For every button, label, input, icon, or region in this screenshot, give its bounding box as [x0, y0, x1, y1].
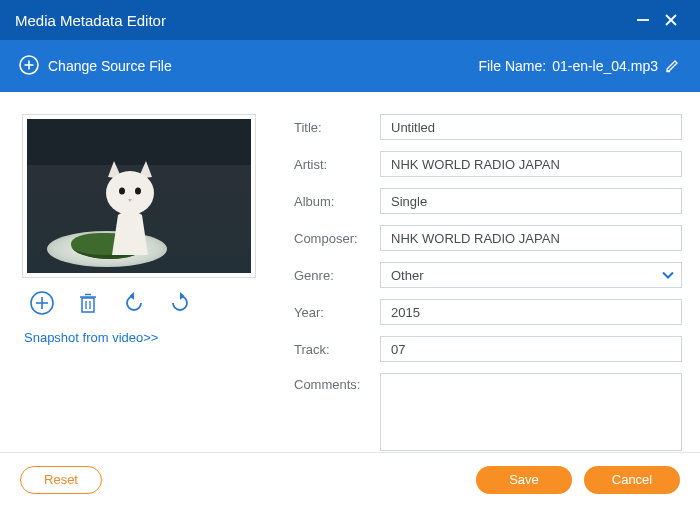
- trash-icon: [76, 291, 100, 318]
- change-source-button[interactable]: Change Source File: [18, 54, 172, 79]
- add-artwork-button[interactable]: [28, 290, 56, 318]
- svg-point-8: [119, 188, 125, 195]
- album-label: Album:: [294, 194, 368, 209]
- year-label: Year:: [294, 305, 368, 320]
- content-area: Snapshot from video>> Title: Artist: Alb…: [0, 92, 700, 461]
- undo-button[interactable]: [120, 290, 148, 318]
- comments-textarea[interactable]: [380, 373, 682, 451]
- undo-icon: [121, 290, 147, 319]
- track-label: Track:: [294, 342, 368, 357]
- svg-point-7: [106, 171, 154, 215]
- composer-input[interactable]: [380, 225, 682, 251]
- svg-rect-13: [82, 298, 94, 312]
- artwork-image[interactable]: [27, 119, 251, 273]
- title-label: Title:: [294, 120, 368, 135]
- track-input[interactable]: [380, 336, 682, 362]
- change-source-label: Change Source File: [48, 58, 172, 74]
- artist-label: Artist:: [294, 157, 368, 172]
- artist-input[interactable]: [380, 151, 682, 177]
- file-name-label: File Name:: [478, 58, 546, 74]
- svg-point-9: [135, 188, 141, 195]
- cat-illustration: [88, 159, 172, 255]
- composer-label: Composer:: [294, 231, 368, 246]
- footer-bar: Reset Save Cancel: [0, 452, 700, 506]
- file-name-display: File Name: 01-en-le_04.mp3: [478, 56, 682, 77]
- pencil-icon: [664, 56, 682, 77]
- close-button[interactable]: [657, 6, 685, 34]
- genre-label: Genre:: [294, 268, 368, 283]
- genre-select[interactable]: [380, 262, 682, 288]
- comments-label: Comments:: [294, 373, 368, 392]
- file-name-value: 01-en-le_04.mp3: [552, 58, 658, 74]
- year-input[interactable]: [380, 299, 682, 325]
- plus-circle-icon: [18, 54, 40, 79]
- snapshot-from-video-link[interactable]: Snapshot from video>>: [22, 326, 256, 349]
- minimize-button[interactable]: [629, 6, 657, 34]
- titlebar: Media Metadata Editor: [0, 0, 700, 40]
- window-title: Media Metadata Editor: [15, 12, 629, 29]
- save-button[interactable]: Save: [476, 466, 572, 494]
- artwork-frame: [22, 114, 256, 278]
- title-input[interactable]: [380, 114, 682, 140]
- cancel-button[interactable]: Cancel: [584, 466, 680, 494]
- fields-column: Title: Artist: Album: Composer: Genre: Y…: [294, 114, 682, 451]
- album-input[interactable]: [380, 188, 682, 214]
- redo-icon: [167, 290, 193, 319]
- artwork-toolbar: [22, 278, 256, 326]
- header-bar: Change Source File File Name: 01-en-le_0…: [0, 40, 700, 92]
- delete-artwork-button[interactable]: [74, 290, 102, 318]
- artwork-column: Snapshot from video>>: [22, 114, 256, 451]
- reset-button[interactable]: Reset: [20, 466, 102, 494]
- edit-filename-button[interactable]: [664, 56, 682, 77]
- plus-circle-icon: [29, 290, 55, 319]
- redo-button[interactable]: [166, 290, 194, 318]
